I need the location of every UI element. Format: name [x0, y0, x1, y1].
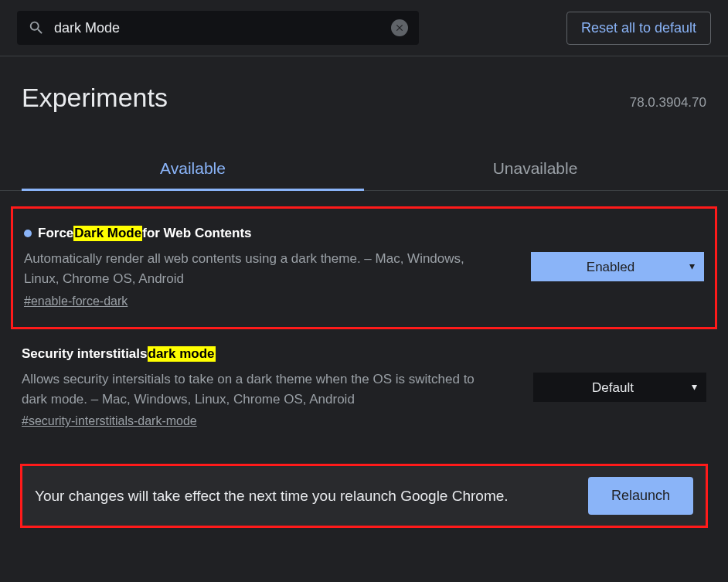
flag-title: Force Dark Mode for Web Contents — [24, 226, 515, 241]
tab-available[interactable]: Available — [22, 148, 364, 190]
tab-unavailable[interactable]: Unavailable — [364, 148, 706, 190]
flag-description: Allows security intersitials to take on … — [22, 369, 493, 410]
flag-security-interstitials-dark-mode: Security interstitials dark mode Allows … — [11, 329, 717, 448]
flag-title-pre: Force — [38, 226, 73, 241]
modified-indicator-icon — [24, 230, 32, 237]
flag-description: Automatically render all web contents us… — [24, 249, 495, 290]
flag-title-highlight: dark mode — [148, 346, 216, 362]
search-box[interactable] — [17, 11, 419, 45]
clear-search-button[interactable] — [391, 19, 408, 36]
relaunch-button[interactable]: Relaunch — [588, 477, 693, 515]
flag-select-security-interstitials[interactable]: Default — [533, 373, 706, 402]
flag-control: Enabled — [531, 226, 704, 308]
tabs: Available Unavailable — [0, 148, 728, 191]
flag-select-enable-force-dark[interactable]: Enabled — [531, 252, 704, 281]
header-row: Experiments 78.0.3904.70 — [0, 56, 728, 113]
search-input[interactable] — [54, 20, 391, 36]
top-bar: Reset all to default — [0, 0, 728, 56]
flag-control: Default — [533, 346, 706, 429]
flag-info: Force Dark Mode for Web Contents Automat… — [24, 226, 515, 308]
search-icon — [28, 19, 45, 36]
flag-title-pre: Security interstitials — [22, 346, 148, 362]
flag-title: Security interstitials dark mode — [22, 346, 518, 362]
reset-all-button[interactable]: Reset all to default — [566, 12, 711, 45]
flag-anchor-link[interactable]: #enable-force-dark — [24, 294, 128, 308]
close-icon — [394, 22, 405, 33]
flag-info: Security interstitials dark mode Allows … — [22, 346, 518, 429]
version-label: 78.0.3904.70 — [630, 95, 706, 111]
flag-enable-force-dark: Force Dark Mode for Web Contents Automat… — [11, 206, 717, 329]
flag-anchor-link[interactable]: #security-interstitials-dark-mode — [22, 414, 197, 427]
flag-title-highlight: Dark Mode — [73, 226, 142, 241]
flag-title-post: for Web Contents — [142, 226, 251, 241]
page-title: Experiments — [22, 83, 168, 113]
flag-list: Force Dark Mode for Web Contents Automat… — [0, 191, 728, 447]
relaunch-bar: Your changes will take effect the next t… — [20, 464, 708, 528]
relaunch-bar-wrap: Your changes will take effect the next t… — [0, 447, 728, 528]
relaunch-message: Your changes will take effect the next t… — [35, 486, 509, 507]
